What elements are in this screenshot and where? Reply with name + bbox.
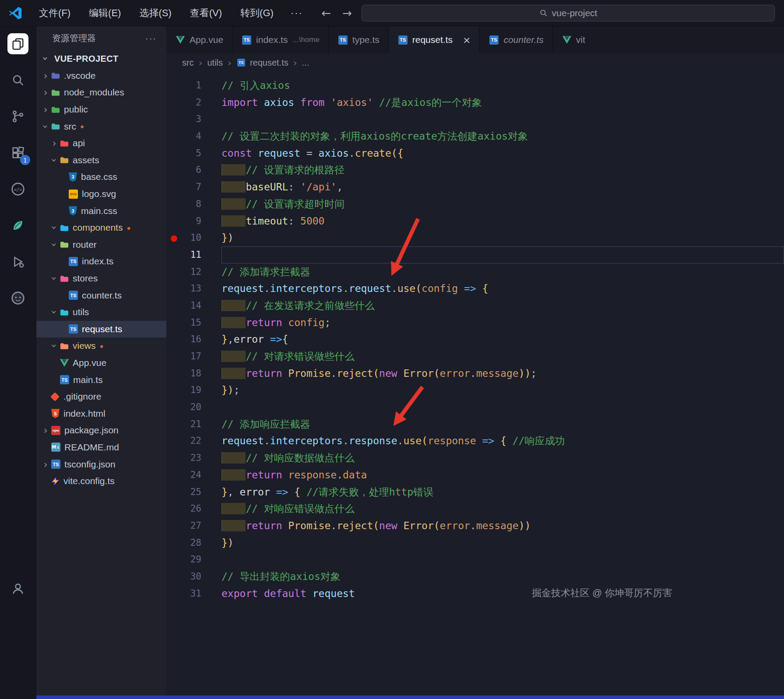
account-icon[interactable] [7, 578, 28, 599]
code-line-8[interactable]: 8 // 设置请求超时时间 [166, 196, 784, 213]
code-line-7[interactable]: 7 baseURL: '/api', [166, 179, 784, 196]
menubar: 文件(F)编辑(E)选择(S)查看(V)转到(G) [30, 7, 283, 20]
run-debug-icon[interactable] [7, 251, 28, 272]
indent-guide [221, 351, 246, 362]
tree-item-node_modules[interactable]: ›node_modules [36, 84, 166, 101]
tree-item-stores[interactable]: ›stores [36, 270, 166, 287]
code-line-6[interactable]: 6 // 设置请求的根路径 [166, 162, 784, 179]
code-line-14[interactable]: 14 // 在发送请求之前做些什么 [166, 297, 784, 314]
tree-item-logo.svg[interactable]: ›SVGlogo.svg [36, 186, 166, 203]
tree-item-router[interactable]: ›router [36, 236, 166, 253]
tree-item-label: stores [73, 273, 98, 284]
tree-item-tsconfig.json[interactable]: ›TStsconfig.json [36, 456, 166, 473]
tree-item-main.ts[interactable]: ›TSmain.ts [36, 371, 166, 388]
code-line-1[interactable]: 1// 引入axios [166, 77, 784, 94]
code-line-23[interactable]: 23 // 对响应数据做点什么 [166, 450, 784, 467]
tree-item-counter.ts[interactable]: ›TScounter.ts [36, 287, 166, 304]
tree-item-package.json[interactable]: ›npmpackage.json [36, 422, 166, 439]
tree-item-utils[interactable]: ›utils [36, 304, 166, 321]
breadcrumb-item[interactable]: requset.ts [250, 58, 288, 68]
extensions-icon[interactable]: 1 [7, 142, 28, 163]
tree-item-public[interactable]: ›public [36, 101, 166, 118]
line-number: 30 [181, 568, 201, 585]
breadcrumb-item[interactable]: utils [207, 58, 223, 68]
code-line-12[interactable]: 12// 添加请求拦截器 [166, 263, 784, 281]
tree-item-App.vue[interactable]: ›App.vue [36, 355, 166, 372]
code-line-19[interactable]: 19}); [166, 382, 784, 399]
close-icon[interactable]: × [463, 35, 471, 46]
breadcrumb[interactable]: src›utils›TSrequset.ts›... [166, 53, 784, 72]
menu-overflow-icon[interactable]: ··· [283, 7, 311, 19]
code-line-31[interactable]: 31export default request [166, 585, 784, 602]
code-line-5[interactable]: 5const request = axios.create({ [166, 145, 784, 162]
tree-item-base.css[interactable]: ›3base.css [36, 169, 166, 186]
tree-item-README.md[interactable]: ›M↓README.md [36, 439, 166, 456]
code-line-21[interactable]: 21// 添加响应拦截器 [166, 416, 784, 433]
code-line-16[interactable]: 16},error =>{ [166, 331, 784, 348]
menu-item[interactable]: 查看(V) [181, 7, 231, 20]
tree-item-components[interactable]: ›components● [36, 219, 166, 236]
code-line-15[interactable]: 15 return config; [166, 314, 784, 331]
code-line-24[interactable]: 24 return response.data [166, 467, 784, 484]
search-view-icon[interactable] [7, 70, 28, 91]
code-line-4[interactable]: 4// 设置二次封装的对象，利用axios的create方法创建axios对象 [166, 128, 784, 145]
source-control-icon[interactable] [7, 106, 28, 127]
forward-arrow-icon[interactable]: → [342, 7, 352, 20]
code-line-28[interactable]: 28}) [166, 534, 784, 551]
tab-index.ts[interactable]: TSindex.ts...\home [232, 26, 329, 53]
views-more-actions-icon[interactable]: ··· [145, 33, 157, 43]
tab-type.ts[interactable]: TStype.ts [329, 26, 389, 53]
tab-App.vue[interactable]: App.vue [166, 26, 232, 53]
code-line-25[interactable]: 25}, error => { //请求失败，处理http错误 [166, 484, 784, 501]
tree-root-vue-project[interactable]: › VUE-PROJECT [36, 50, 166, 67]
tree-item-.gitignore[interactable]: ›.gitignore [36, 388, 166, 405]
menu-item[interactable]: 选择(S) [130, 7, 180, 20]
css3-icon: 3 [69, 206, 77, 215]
code-line-30[interactable]: 30// 导出封装的axios对象 [166, 568, 784, 585]
code-line-18[interactable]: 18 return Promise.reject(new Error(error… [166, 365, 784, 382]
code-circle-icon[interactable]: </> [7, 179, 28, 200]
tree-item-index.html[interactable]: ›5index.html [36, 405, 166, 422]
tab-label: index.ts [256, 35, 288, 45]
back-arrow-icon[interactable]: ← [321, 7, 331, 20]
tree-item-vite.config.ts[interactable]: ›vite.config.ts [36, 473, 166, 490]
tree-item-.vscode[interactable]: ›.vscode [36, 67, 166, 84]
tree-item-label: base.css [81, 172, 117, 182]
tree-item-main.css[interactable]: ›3main.css [36, 202, 166, 219]
tab-counter.ts[interactable]: TScounter.ts [480, 26, 552, 53]
code-line-11[interactable]: 11 [166, 246, 784, 263]
tree-item-label: index.ts [82, 256, 113, 267]
code-line-20[interactable]: 20 [166, 399, 784, 416]
menu-item[interactable]: 编辑(E) [80, 7, 130, 20]
tree-item-src[interactable]: ›src● [36, 118, 166, 135]
tree-item-label: views [73, 341, 96, 351]
breadcrumb-item[interactable]: src [182, 58, 194, 68]
menu-item[interactable]: 文件(F) [30, 7, 80, 20]
code-line-9[interactable]: 9 timeout: 5000 [166, 213, 784, 230]
code-line-17[interactable]: 17 // 对请求错误做些什么 [166, 348, 784, 365]
menu-item[interactable]: 转到(G) [231, 7, 283, 20]
explorer-icon[interactable] [7, 33, 28, 54]
code-line-29[interactable]: 29 [166, 551, 784, 568]
bot-icon[interactable] [7, 288, 28, 309]
tab-vit[interactable]: vit [553, 26, 784, 53]
tree-item-requset.ts[interactable]: ›TSrequset.ts [36, 321, 166, 338]
leaf-icon[interactable] [7, 215, 28, 236]
tree-item-api[interactable]: ›api [36, 135, 166, 152]
tree-item-views[interactable]: ›views● [36, 337, 166, 355]
code-line-26[interactable]: 26 // 对响应错误做点什么 [166, 500, 784, 517]
typescript-icon: TS [489, 35, 499, 45]
tree-item-index.ts[interactable]: ›TSindex.ts [36, 253, 166, 270]
code-line-10[interactable]: ●10}) [166, 229, 784, 246]
tree-item-assets[interactable]: ›assets [36, 152, 166, 169]
command-center-search[interactable]: vue-project [362, 5, 775, 21]
breadcrumb-item[interactable]: ... [302, 58, 309, 68]
line-number: 13 [181, 280, 201, 297]
code-line-13[interactable]: 13request.interceptors.request.use(confi… [166, 280, 784, 297]
code-line-3[interactable]: 3 [166, 111, 784, 128]
code-line-27[interactable]: 27 return Promise.reject(new Error(error… [166, 517, 784, 534]
code-line-22[interactable]: 22request.interceptors.response.use(resp… [166, 432, 784, 450]
code-line-2[interactable]: 2import axios from 'axios' //是axios的一个对象 [166, 94, 784, 111]
breakpoint-dot[interactable]: ● [166, 229, 181, 246]
tab-requset.ts[interactable]: TSrequset.ts× [389, 26, 480, 53]
